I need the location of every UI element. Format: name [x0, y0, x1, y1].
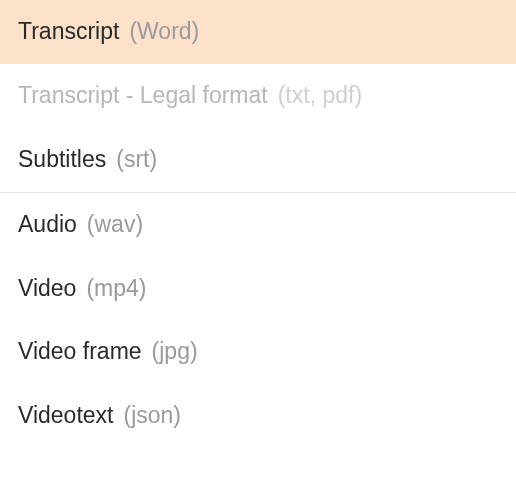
menu-item-format: (jpg)	[152, 337, 198, 367]
menu-item-format: (Word)	[129, 17, 199, 47]
menu-item-transcript[interactable]: Transcript (Word)	[0, 0, 516, 64]
export-menu: Transcript (Word) Transcript - Legal for…	[0, 0, 516, 448]
menu-item-label: Video	[18, 274, 76, 304]
menu-item-label: Subtitles	[18, 145, 106, 175]
menu-item-video-frame[interactable]: Video frame (jpg)	[0, 320, 516, 384]
menu-item-label: Audio	[18, 210, 77, 240]
menu-item-transcript-legal: Transcript - Legal format (txt, pdf)	[0, 64, 516, 128]
menu-item-audio[interactable]: Audio (wav)	[0, 193, 516, 257]
menu-item-label: Videotext	[18, 401, 113, 431]
menu-item-subtitles[interactable]: Subtitles (srt)	[0, 128, 516, 192]
menu-item-label: Transcript - Legal format	[18, 81, 268, 111]
menu-item-label: Video frame	[18, 337, 142, 367]
menu-item-videotext[interactable]: Videotext (json)	[0, 384, 516, 448]
menu-item-format: (srt)	[116, 145, 157, 175]
menu-item-format: (mp4)	[86, 274, 146, 304]
menu-item-format: (json)	[123, 401, 181, 431]
menu-item-format: (txt, pdf)	[278, 81, 362, 111]
menu-item-format: (wav)	[87, 210, 143, 240]
menu-item-label: Transcript	[18, 17, 119, 47]
menu-item-video[interactable]: Video (mp4)	[0, 257, 516, 321]
